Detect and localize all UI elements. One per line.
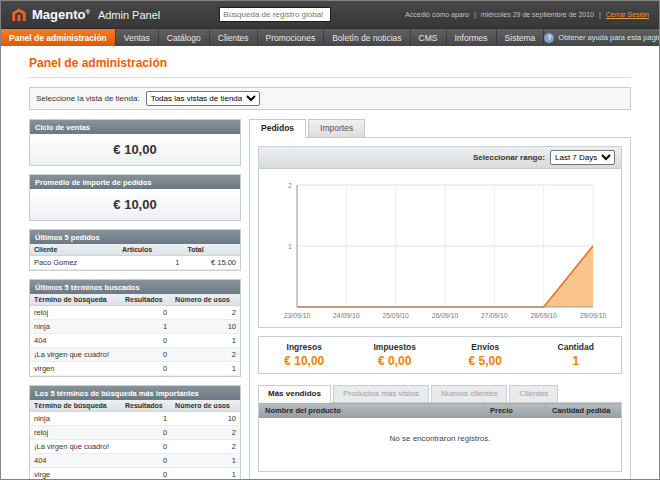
search-term-row[interactable]: virgen 0 1 (30, 362, 240, 376)
column-header: Cliente (30, 244, 118, 256)
cell: reloj (30, 306, 121, 320)
help-label: Obtener ayuda para esta página (558, 33, 660, 42)
cell: ¡La virgen que cuadro! (30, 348, 121, 362)
stat-label: Impuestos (350, 342, 441, 352)
logout-link[interactable]: Cerrar Sesión (606, 11, 649, 18)
column-header: Número de usos (171, 400, 240, 412)
magento-admin-page: Magento® Admin Panel Accedió como aparo … (0, 0, 660, 480)
tab-pedidos[interactable]: Pedidos (249, 119, 306, 138)
nav-item-informes[interactable]: Informes (447, 29, 497, 46)
column-header: Resultados (121, 400, 171, 412)
order-row[interactable]: Paco Gomez 1 € 15.00 (30, 256, 240, 270)
svg-text:23/09/10: 23/09/10 (284, 312, 311, 319)
diagram-tabs: Pedidos Importes (249, 119, 631, 138)
cell: 0 (121, 440, 171, 454)
store-view-label: Seleccione la vista de tienda: (36, 94, 140, 103)
last-search-terms-widget: Últimos 5 términos buscados Término de b… (29, 279, 241, 377)
search-term-row[interactable]: reloj 0 2 (30, 306, 240, 320)
cell: 2 (171, 440, 240, 454)
tab-productos-mas-vistos: Productos más vistos (333, 385, 429, 403)
nav-item-ventas[interactable]: Ventas (116, 29, 159, 46)
stat-cantidad: Cantidad 1 (531, 342, 622, 368)
totals-bar: Ingresos € 10,00 Impuestos € 0,00 Envíos… (258, 336, 622, 374)
dashboard-sidebar: Ciclo de ventas € 10,00 Promedio de impo… (29, 119, 241, 480)
stat-value: € 10,00 (259, 354, 350, 368)
cell: 404 (30, 454, 121, 468)
column-header: Artículos (118, 244, 184, 256)
nav-item-promociones[interactable]: Promociones (258, 29, 325, 46)
last-orders-table: Cliente Artículos Total Paco Gomez 1 € 1… (30, 244, 240, 270)
stat-value: € 5,00 (440, 354, 531, 368)
widget-title: Últimos 5 pedidos (30, 230, 240, 244)
search-term-row[interactable]: ninja 1 10 (30, 412, 240, 426)
nav-item-cms[interactable]: CMS (411, 29, 447, 46)
top-search-terms-table: Término de búsqueda Resultados Número de… (30, 400, 240, 480)
lifetime-sales-value: € 10,00 (30, 134, 240, 165)
cell: ninja (30, 412, 121, 426)
cell: ninja (30, 320, 121, 334)
nav-item-dashboard[interactable]: Panel de administración (1, 29, 116, 46)
search-term-row[interactable]: 404 0 1 (30, 454, 240, 468)
store-view-switcher: Seleccione la vista de tienda: Todas las… (29, 87, 631, 110)
cell: virge (30, 468, 121, 480)
page-help-link[interactable]: ? Obtener ayuda para esta página (544, 29, 660, 46)
cell: 2 (171, 426, 240, 440)
chart-panel: Seleccionar rango: Last 7 Days 1223/09/1… (258, 146, 622, 328)
search-term-row[interactable]: 404 0 1 (30, 334, 240, 348)
svg-text:25/09/10: 25/09/10 (382, 312, 409, 319)
content-area: Panel de administración Seleccione la vi… (1, 46, 659, 480)
separator: | (474, 11, 476, 18)
dashboard-main: Pedidos Importes Seleccionar rango: Last… (249, 119, 631, 480)
widget-title: Promedio de importe de pedidos (30, 175, 240, 189)
stat-label: Ingresos (259, 342, 350, 352)
widget-title: Últimos 5 términos buscados (30, 280, 240, 294)
cell: 0 (121, 468, 171, 480)
search-term-row[interactable]: ninja 1 10 (30, 320, 240, 334)
tab-mas-vendidos[interactable]: Más vendidos (258, 385, 331, 403)
column-header: Total (183, 244, 240, 256)
stat-label: Envíos (440, 342, 531, 352)
tab-nuevos-clientes: Nuevos clientes (431, 385, 507, 403)
chart-area: 1223/09/1024/09/1025/09/1026/09/1027/09/… (259, 169, 621, 327)
orders-chart: 1223/09/1024/09/1025/09/1026/09/1027/09/… (261, 175, 619, 325)
cell: 1 (171, 362, 240, 376)
search-term-row[interactable]: ¡La virgen que cuadro! 0 2 (30, 440, 240, 454)
tab-clientes: Clientes (509, 385, 558, 403)
range-select[interactable]: Last 7 Days (550, 150, 615, 165)
stat-impuestos: Impuestos € 0,00 (350, 342, 441, 368)
logo-subtitle: Admin Panel (98, 9, 160, 21)
column-header: Término de búsqueda (30, 294, 121, 306)
search-term-row[interactable]: reloj 0 2 (30, 426, 240, 440)
store-view-select[interactable]: Todas las vistas de tienda (146, 91, 260, 106)
nav-item-catalogo[interactable]: Catálogo (159, 29, 210, 46)
empty-records-message: No se encontraron registros. (259, 418, 622, 472)
page-title: Panel de administración (29, 53, 631, 78)
tab-importes[interactable]: Importes (308, 119, 365, 138)
cell: reloj (30, 426, 121, 440)
search-term-row[interactable]: ¡La virgen que cuadro! 0 2 (30, 348, 240, 362)
help-icon: ? (544, 33, 554, 43)
cell: 404 (30, 334, 121, 348)
last-search-terms-table: Término de búsqueda Resultados Número de… (30, 294, 240, 376)
cell: 0 (121, 454, 171, 468)
cell: 2 (171, 348, 240, 362)
main-navigation: Panel de administración Ventas Catálogo … (1, 28, 659, 46)
column-header: Número de usos (171, 294, 240, 306)
orders-panel: Seleccionar rango: Last 7 Days 1223/09/1… (249, 137, 631, 480)
cell: 1 (121, 320, 171, 334)
logo-title: Magento® (32, 7, 90, 22)
magento-logo[interactable]: Magento® Admin Panel (11, 7, 160, 23)
global-search-input[interactable] (219, 7, 331, 22)
cell: 10 (171, 412, 240, 426)
stat-ingresos: Ingresos € 10,00 (259, 342, 350, 368)
nav-tabs: Panel de administración Ventas Catálogo … (1, 29, 544, 46)
svg-text:29/09/10: 29/09/10 (580, 312, 607, 319)
stat-value: € 0,00 (350, 354, 441, 368)
cell: 0 (121, 306, 171, 320)
nav-item-boletin[interactable]: Boletín de noticias (324, 29, 410, 46)
search-term-row[interactable]: virge 0 1 (30, 468, 240, 480)
magento-logo-icon (11, 7, 27, 23)
nav-item-clientes[interactable]: Clientes (210, 29, 258, 46)
nav-item-sistema[interactable]: Sistema (497, 29, 545, 46)
chart-toolbar: Seleccionar rango: Last 7 Days (259, 147, 621, 169)
